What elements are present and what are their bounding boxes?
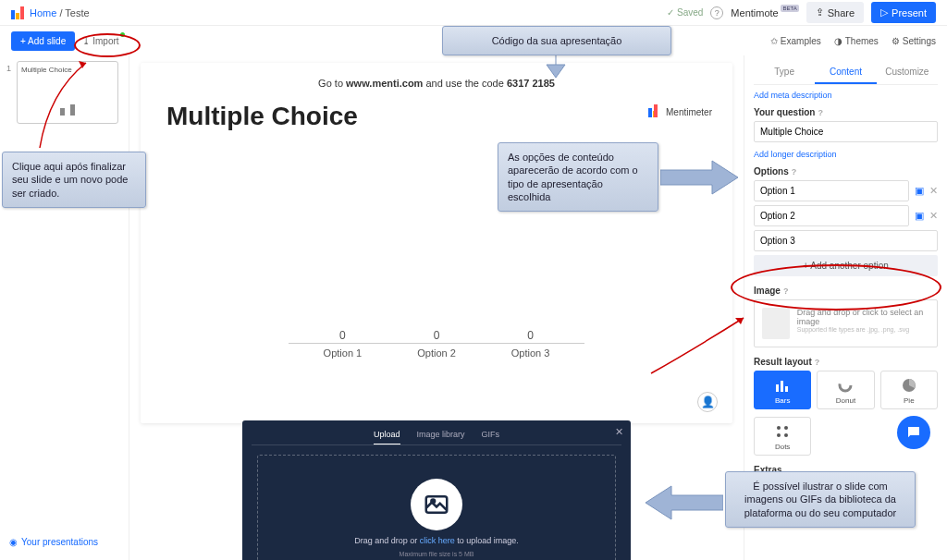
- bar-option-3: 0Option 3: [511, 329, 550, 359]
- import-button[interactable]: ⤓ Import: [82, 36, 118, 46]
- svg-point-9: [777, 433, 781, 437]
- question-input[interactable]: [754, 121, 938, 142]
- annotation-c1: Clique aqui após finalizar seu slide e u…: [2, 152, 146, 208]
- examples-link[interactable]: ✩ Examples: [770, 36, 821, 46]
- click-here-link[interactable]: click here: [420, 536, 455, 545]
- layout-bars[interactable]: Bars: [754, 371, 811, 409]
- svg-point-10: [784, 433, 788, 437]
- image-icon[interactable]: ▣: [913, 185, 926, 198]
- image-label: Image?: [754, 286, 938, 296]
- svg-point-8: [784, 426, 788, 430]
- annotation-c2: Código da sua apresentação: [442, 26, 671, 55]
- themes-link[interactable]: ◑ Themes: [834, 36, 879, 46]
- svg-rect-3: [781, 381, 783, 392]
- annotation-arrow-5: [647, 312, 749, 379]
- mentimeter-brand: Mentimeter: [648, 107, 712, 117]
- upload-tabs: Upload Image library GIFs: [252, 430, 621, 445]
- svg-point-1: [431, 499, 435, 503]
- option-input-1[interactable]: [754, 180, 909, 201]
- donut-icon: [838, 377, 853, 394]
- image-drop-text: Drag and drop or click to select an imag…: [797, 308, 929, 326]
- add-longer-link[interactable]: Add longer description: [754, 150, 938, 159]
- tab-customize[interactable]: Customize: [877, 61, 938, 84]
- help-icon[interactable]: ?: [710, 6, 723, 19]
- annotation-arrow-1: [35, 55, 100, 152]
- mentimeter-logo-icon: [11, 6, 24, 19]
- add-slide-button[interactable]: + Add slide: [11, 31, 75, 51]
- option-input-3[interactable]: [754, 230, 938, 251]
- slide-title: Multiple Choice: [166, 102, 707, 131]
- annotation-arrow-4: [644, 484, 723, 521]
- image-thumbnail-placeholder: [762, 308, 790, 339]
- remove-option-icon[interactable]: ✕: [929, 210, 938, 222]
- share-button[interactable]: ⇪ Share: [806, 2, 864, 23]
- upload-instruction: Drag and drop or click here to upload im…: [354, 536, 519, 545]
- bars-icon: [774, 377, 791, 394]
- add-option-button[interactable]: + Add another option: [754, 255, 938, 276]
- layout-pie[interactable]: Pie: [880, 371, 938, 409]
- layout-label: Result layout?: [754, 357, 938, 367]
- tab-content[interactable]: Content: [815, 61, 876, 84]
- tab-upload[interactable]: Upload: [374, 430, 400, 444]
- options-label: Options?: [754, 166, 938, 177]
- upload-dropzone[interactable]: Drag and drop or click here to upload im…: [257, 455, 616, 560]
- add-meta-link[interactable]: Add meta description: [754, 91, 938, 100]
- image-dropzone[interactable]: Drag and drop or click to select an imag…: [754, 299, 938, 347]
- close-icon[interactable]: ✕: [615, 426, 623, 438]
- svg-point-7: [777, 426, 781, 430]
- layout-donut[interactable]: Donut: [817, 371, 874, 409]
- option-row-2: ▣ ✕: [754, 205, 938, 226]
- remove-option-icon[interactable]: ✕: [929, 185, 938, 197]
- chart: 0Option 1 0Option 2 0Option 3: [324, 329, 550, 359]
- help-chat-icon[interactable]: [897, 416, 930, 449]
- breadcrumb: Home / Teste: [30, 7, 90, 18]
- upload-max: Maximum file size is 5 MB: [400, 551, 474, 557]
- tab-type[interactable]: Type: [754, 61, 815, 84]
- image-icon[interactable]: ▣: [913, 210, 926, 223]
- join-code-line: Go to www.menti.com and use the code 631…: [166, 78, 707, 89]
- topbar: Home / Teste ✓ Saved ? Mentimote ⇪ Share…: [0, 0, 947, 26]
- tab-gifs[interactable]: GIFs: [482, 430, 500, 439]
- your-presentations-link[interactable]: ◉ Your presentations: [6, 530, 123, 554]
- annotation-arrow-3: [660, 159, 740, 196]
- svg-rect-2: [776, 384, 779, 392]
- layout-dots[interactable]: Dots: [754, 417, 811, 456]
- settings-link[interactable]: ⚙ Settings: [892, 36, 936, 46]
- annotation-c3: As opções de conteúdo aparecerão de acor…: [498, 142, 658, 212]
- option-input-2[interactable]: [754, 205, 909, 226]
- breadcrumb-page: Teste: [65, 7, 89, 18]
- dots-icon: [775, 423, 790, 440]
- image-drop-sub: Supported file types are .jpg, .png, .sv…: [797, 326, 929, 333]
- option-row-1: ▣ ✕: [754, 180, 938, 201]
- saved-status: ✓ Saved: [667, 7, 703, 18]
- image-placeholder-icon: [411, 479, 462, 530]
- present-button[interactable]: ▷ Present: [871, 2, 936, 23]
- tab-image-library[interactable]: Image library: [417, 430, 465, 439]
- image-upload-modal: ✕ Upload Image library GIFs Drag and dro…: [242, 420, 631, 560]
- breadcrumb-home[interactable]: Home: [30, 7, 56, 18]
- svg-point-5: [840, 380, 851, 391]
- mentimote-link[interactable]: Mentimote: [731, 7, 798, 18]
- option-row-3: [754, 230, 938, 251]
- annotation-c4: É possível ilustrar o slide com imagens …: [725, 471, 916, 528]
- pie-icon: [902, 377, 916, 394]
- slide-canvas: Go to www.menti.com and use the code 631…: [141, 63, 732, 423]
- question-label: Your question?: [754, 107, 938, 117]
- svg-rect-4: [785, 386, 788, 392]
- presenter-avatar-icon[interactable]: 👤: [697, 392, 718, 412]
- bar-option-2: 0Option 2: [417, 329, 456, 359]
- bar-option-1: 0Option 1: [324, 329, 363, 359]
